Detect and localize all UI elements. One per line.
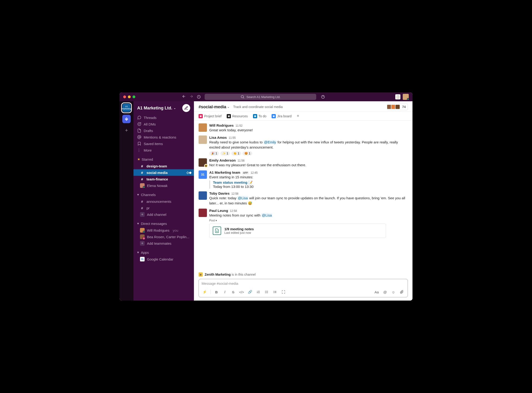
minimize-window-button[interactable] bbox=[128, 95, 131, 98]
nav-threads[interactable]: Threads bbox=[137, 114, 192, 121]
composer-input[interactable]: Message #social-media bbox=[199, 279, 407, 288]
message[interactable]: Paul Leung12:58Meeting notes from our sy… bbox=[199, 207, 408, 239]
sidebar-channel-design-team[interactable]: #design-team bbox=[137, 163, 192, 169]
message-author[interactable]: Lisa Amos bbox=[209, 136, 227, 139]
message-text: Really need to give some kudos to @Emily… bbox=[209, 140, 408, 150]
help-button[interactable] bbox=[321, 95, 325, 99]
add-channel-button[interactable]: +Add channel bbox=[137, 211, 192, 218]
section-dms[interactable]: ▾Direct messages bbox=[137, 220, 192, 227]
attach-button[interactable] bbox=[398, 289, 405, 295]
bookmark-project-brief[interactable]: ▣Project brief bbox=[199, 114, 222, 118]
reactions: 🎉 1✨ 1👏 1😍 1 bbox=[209, 151, 408, 156]
search-input[interactable]: Search A1 Marketing Ltd. bbox=[205, 94, 316, 100]
formatting-toggle-button[interactable]: Aa bbox=[373, 289, 380, 295]
plus-icon: + bbox=[140, 212, 145, 217]
message-list[interactable]: Will Rodrigues11:52Great work today, eve… bbox=[194, 121, 412, 271]
message-author[interactable]: Toby Davies bbox=[209, 191, 230, 195]
bookmark-jira-board[interactable]: ▣Jira board bbox=[272, 114, 292, 118]
nav-more[interactable]: ⋮More bbox=[137, 147, 192, 153]
app-google-calendar[interactable]: 31Google Calendar bbox=[137, 256, 192, 262]
add-bookmark-button[interactable]: + bbox=[297, 114, 299, 118]
app-logo-icon bbox=[124, 117, 129, 121]
bookmark-to-do[interactable]: ▣To do bbox=[253, 114, 266, 118]
avatar bbox=[199, 136, 207, 144]
event-title[interactable]: Team status meeting 📝 bbox=[213, 180, 408, 185]
mention[interactable]: @Lisa bbox=[261, 213, 272, 217]
message[interactable]: ◉Emily Anderson11:56No! It was my pleasu… bbox=[199, 157, 408, 169]
message[interactable]: Lisa Amos11:55Really need to give some k… bbox=[199, 134, 408, 157]
code-button[interactable]: </> bbox=[238, 289, 245, 295]
message-author[interactable]: Paul Leung bbox=[209, 209, 228, 213]
workspace-switcher-2[interactable] bbox=[122, 115, 131, 123]
message-text: No! It was my pleasure! Great to see the… bbox=[209, 162, 408, 168]
message-author[interactable]: Will Rodrigues bbox=[209, 123, 234, 127]
nav-mentions[interactable]: Mentions & reactions bbox=[137, 134, 192, 140]
message-author[interactable]: Emily Anderson bbox=[209, 158, 236, 162]
bullet-list-button[interactable] bbox=[263, 289, 270, 295]
workspace-switcher-1[interactable]: A1 Marketing bbox=[122, 104, 131, 112]
bookmark-icon: ▣ bbox=[253, 114, 257, 118]
sidebar-channel-pr[interactable]: #pr bbox=[137, 205, 192, 211]
maximize-window-button[interactable] bbox=[133, 95, 135, 98]
bookmark-resources[interactable]: ▣Resources bbox=[227, 114, 248, 118]
channel-topic[interactable]: Track and coordinate social media bbox=[233, 105, 283, 109]
emoji-button[interactable]: ☺ bbox=[390, 289, 397, 295]
compose-button[interactable] bbox=[182, 104, 190, 112]
section-channels[interactable]: ▾Channels bbox=[137, 191, 192, 198]
shortcuts-button[interactable]: ⚡ bbox=[201, 289, 208, 295]
channel-header: #social-media ⌄ Track and coordinate soc… bbox=[194, 101, 412, 112]
sidebar-dm-1[interactable]: 3Bea Rosen, Carter Poplin... bbox=[137, 234, 192, 240]
message[interactable]: 31A1 Marketing teamAPP12:45Event startin… bbox=[199, 169, 408, 190]
notepad-icon[interactable]: 📋 bbox=[395, 94, 400, 99]
reaction[interactable]: 🎉 1 bbox=[209, 151, 219, 156]
sidebar-channel-announcements[interactable]: #announcements bbox=[137, 198, 192, 205]
add-workspace-button[interactable]: + bbox=[125, 127, 128, 133]
history-button[interactable] bbox=[197, 95, 201, 99]
mention-button[interactable]: @ bbox=[382, 289, 388, 295]
add-teammates-button[interactable]: +Add teammates bbox=[137, 240, 192, 246]
avatar bbox=[199, 123, 207, 132]
bookmarks-bar: ▣Project brief▣Resources▣To do▣Jira boar… bbox=[194, 112, 412, 121]
channel-name-button[interactable]: #social-media ⌄ bbox=[199, 104, 230, 109]
reaction[interactable]: 😍 1 bbox=[243, 151, 252, 156]
code-block-button[interactable] bbox=[280, 289, 287, 295]
hash-icon: # bbox=[140, 200, 144, 203]
reaction[interactable]: ✨ 1 bbox=[220, 151, 230, 156]
section-apps[interactable]: ▾Apps bbox=[137, 249, 192, 256]
message-time: 11:52 bbox=[235, 124, 243, 127]
back-button[interactable] bbox=[182, 94, 186, 99]
workspace-menu-button[interactable]: A1 Marketing Ltd. ⌄ bbox=[137, 106, 176, 111]
nav-saved[interactable]: Saved items bbox=[137, 140, 192, 147]
ordered-list-button[interactable] bbox=[255, 289, 262, 295]
nav-all-dms[interactable]: All DMs bbox=[137, 121, 192, 127]
member-avatars bbox=[388, 104, 400, 109]
message[interactable]: Will Rodrigues11:52Great work today, eve… bbox=[199, 122, 408, 134]
mention[interactable]: @Lisa bbox=[237, 196, 248, 200]
nav-drafts[interactable]: Drafts bbox=[137, 127, 192, 134]
bold-button[interactable]: B bbox=[213, 289, 220, 295]
hash-icon: # bbox=[140, 206, 144, 210]
message-author[interactable]: A1 Marketing team bbox=[209, 170, 240, 174]
strikethrough-button[interactable]: S bbox=[230, 289, 237, 295]
section-starred[interactable]: ★Starred bbox=[137, 156, 192, 163]
italic-button[interactable]: I bbox=[221, 289, 228, 295]
sidebar-dm-0[interactable]: Will Rodriguesyou bbox=[137, 227, 192, 234]
sidebar-channel-social-media[interactable]: #social-media◇◆ bbox=[134, 169, 194, 176]
dms-icon bbox=[137, 122, 141, 126]
event-attachment: Team status meeting 📝Today from 13:00 to… bbox=[209, 180, 408, 189]
svg-point-1 bbox=[241, 95, 244, 98]
user-avatar[interactable] bbox=[403, 94, 409, 100]
reaction[interactable]: 👏 1 bbox=[231, 151, 241, 156]
post-label[interactable]: Post ▾ bbox=[209, 219, 408, 222]
member-count-button[interactable]: 74 bbox=[387, 104, 408, 110]
close-window-button[interactable] bbox=[123, 95, 126, 98]
sidebar-dm-elena-nowak[interactable]: Elena Nowak bbox=[137, 182, 192, 189]
blockquote-button[interactable] bbox=[272, 289, 278, 295]
forward-button[interactable] bbox=[189, 94, 193, 99]
link-button[interactable]: 🔗 bbox=[246, 289, 254, 295]
org-name: Zenith Marketing bbox=[205, 273, 231, 276]
message[interactable]: Toby Davies12:58Quick note: today @Lisa … bbox=[199, 190, 408, 207]
sidebar-channel-team-finance[interactable]: #team-finance bbox=[137, 176, 192, 182]
file-attachment[interactable]: 1/9 meeting notesLast edited just now bbox=[209, 224, 386, 238]
mention[interactable]: @Emily bbox=[264, 140, 277, 144]
